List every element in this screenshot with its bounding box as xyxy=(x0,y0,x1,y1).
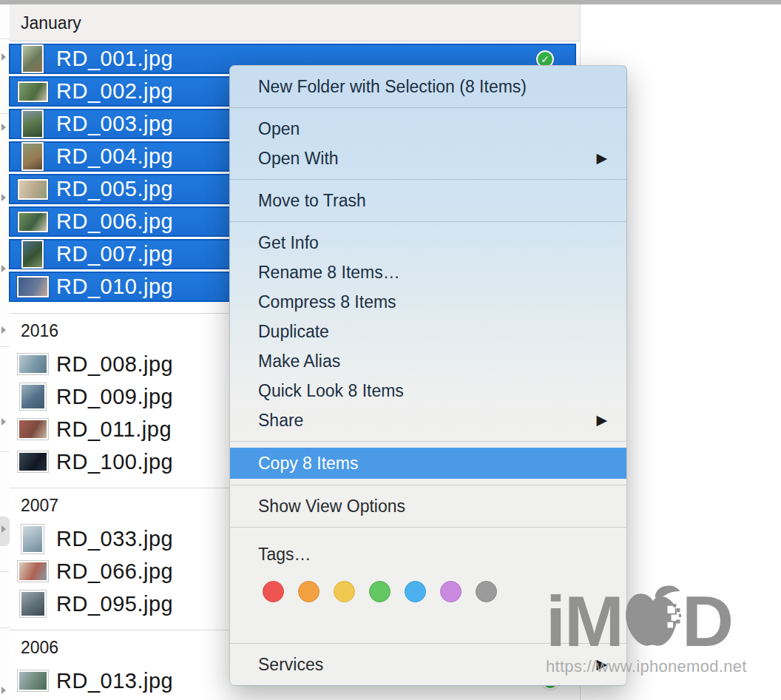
filename: RD_008.jpg xyxy=(56,352,173,377)
menu-separator xyxy=(230,485,626,485)
thumb-box xyxy=(16,525,49,553)
file-thumbnail xyxy=(18,451,48,472)
tag-dot-red[interactable] xyxy=(263,581,284,602)
file-thumbnail xyxy=(18,212,48,232)
gutter-divider xyxy=(0,38,10,39)
filename: RD_007.jpg xyxy=(56,242,173,266)
menu-item-open[interactable]: Open xyxy=(230,114,626,144)
file-thumbnail xyxy=(21,525,44,553)
disclosure-arrow-icon[interactable] xyxy=(1,265,6,272)
filename: RD_001.jpg xyxy=(56,47,173,71)
filename: RD_010.jpg xyxy=(56,275,173,299)
watermark: iM D https://www.iphonemod.net xyxy=(546,583,732,676)
menu-item-get-info[interactable]: Get Info xyxy=(230,228,626,258)
disclosure-arrow-icon[interactable] xyxy=(1,525,6,533)
filename: RD_066.jpg xyxy=(56,559,173,584)
filename: RD_100.jpg xyxy=(56,450,173,474)
thumb-box xyxy=(16,212,49,232)
menu-item-label: Compress 8 Items xyxy=(258,292,396,312)
menu-item-label: Quick Look 8 Items xyxy=(258,381,404,400)
watermark-url: https://www.iphonemod.net xyxy=(546,657,732,676)
disclosure-arrow-icon[interactable] xyxy=(1,326,6,334)
filename: RD_004.jpg xyxy=(56,144,173,169)
gutter-divider xyxy=(0,627,10,628)
menu-item-label: Move to Trash xyxy=(258,191,366,210)
menu-item-label: Open xyxy=(258,119,300,138)
menu-item-label: Get Info xyxy=(258,233,319,252)
menu-item-compress-8-items[interactable]: Compress 8 Items xyxy=(230,287,626,317)
menu-item-label: Show View Options xyxy=(258,497,405,516)
menu-item-make-alias[interactable]: Make Alias xyxy=(230,346,626,376)
menu-item-share[interactable]: Share▶ xyxy=(230,405,626,435)
filename: RD_095.jpg xyxy=(56,592,173,616)
gutter-divider xyxy=(0,346,10,347)
menu-item-label: Tags… xyxy=(258,545,311,564)
thumb-box xyxy=(16,419,49,440)
menu-item-label: Services xyxy=(258,655,323,674)
watermark-text-right: D xyxy=(682,593,732,650)
gutter-divider xyxy=(0,451,10,452)
menu-separator xyxy=(230,527,626,528)
menu-item-open-with[interactable]: Open With▶ xyxy=(230,144,626,173)
menu-item-label: Duplicate xyxy=(258,322,329,341)
thumb-box xyxy=(16,383,49,410)
thumb-box xyxy=(16,44,49,73)
filename: RD_011.jpg xyxy=(56,417,172,442)
menu-item-rename-8-items[interactable]: Rename 8 Items… xyxy=(230,258,626,287)
gutter-divider xyxy=(0,571,10,572)
file-thumbnail xyxy=(18,81,48,102)
disclosure-arrow-icon[interactable] xyxy=(1,53,6,61)
menu-item-new-folder-with-selection-8-items[interactable]: New Folder with Selection (8 Items) xyxy=(230,72,626,101)
file-thumbnail xyxy=(21,44,44,73)
menu-separator xyxy=(230,221,626,222)
file-thumbnail xyxy=(18,179,48,200)
disclosure-arrow-icon[interactable] xyxy=(1,124,6,131)
group-header: January xyxy=(10,4,580,41)
file-thumbnail xyxy=(21,142,44,171)
tag-dot-green[interactable] xyxy=(369,581,390,602)
file-thumbnail xyxy=(20,590,46,617)
disclosure-arrow-icon[interactable] xyxy=(1,687,6,694)
thumb-box xyxy=(16,276,49,297)
submenu-arrow-icon: ▶ xyxy=(596,405,607,435)
watermark-logo: iM D xyxy=(546,583,732,650)
tag-dot-blue[interactable] xyxy=(405,581,426,602)
menu-item-show-view-options[interactable]: Show View Options xyxy=(230,491,626,521)
filename: RD_005.jpg xyxy=(56,177,173,201)
tag-dot-orange[interactable] xyxy=(298,581,320,602)
filename: RD_003.jpg xyxy=(56,112,173,136)
thumb-box xyxy=(16,561,49,582)
file-thumbnail xyxy=(20,383,46,410)
menu-item-copy-8-items[interactable]: Copy 8 Items xyxy=(230,448,626,479)
menu-separator xyxy=(230,441,626,442)
thumb-box xyxy=(16,179,49,200)
file-thumbnail xyxy=(18,561,48,582)
filename: RD_006.jpg xyxy=(56,209,173,234)
menu-item-quick-look-8-items[interactable]: Quick Look 8 Items xyxy=(230,376,626,405)
thumb-box xyxy=(16,590,49,617)
disclosure-arrow-icon[interactable] xyxy=(1,418,6,425)
thumb-box xyxy=(16,354,49,374)
menu-item-tags[interactable]: Tags… xyxy=(230,534,626,575)
menu-item-label: Open With xyxy=(258,149,339,168)
thumb-box xyxy=(16,670,49,691)
menu-item-move-to-trash[interactable]: Move to Trash xyxy=(230,186,626,215)
menu-item-label: Make Alias xyxy=(258,351,340,371)
menu-item-label: Copy 8 Items xyxy=(258,454,359,473)
apple-logo-icon xyxy=(623,583,681,651)
filename: RD_013.jpg xyxy=(56,669,173,693)
menu-item-label: Rename 8 Items… xyxy=(258,263,400,282)
file-thumbnail xyxy=(21,240,44,269)
tag-dot-yellow[interactable] xyxy=(334,581,355,602)
tag-dot-gray[interactable] xyxy=(476,581,497,602)
disclosure-arrow-icon[interactable] xyxy=(1,194,6,201)
thumb-box xyxy=(16,240,49,269)
menu-item-duplicate[interactable]: Duplicate xyxy=(230,317,626,346)
watermark-text-left: iM xyxy=(546,593,623,650)
tag-dot-purple[interactable] xyxy=(440,581,462,602)
filename: RD_009.jpg xyxy=(56,385,173,409)
thumb-box xyxy=(16,81,49,102)
file-thumbnail xyxy=(18,419,48,440)
file-thumbnail xyxy=(21,110,44,138)
thumb-box xyxy=(16,142,49,171)
